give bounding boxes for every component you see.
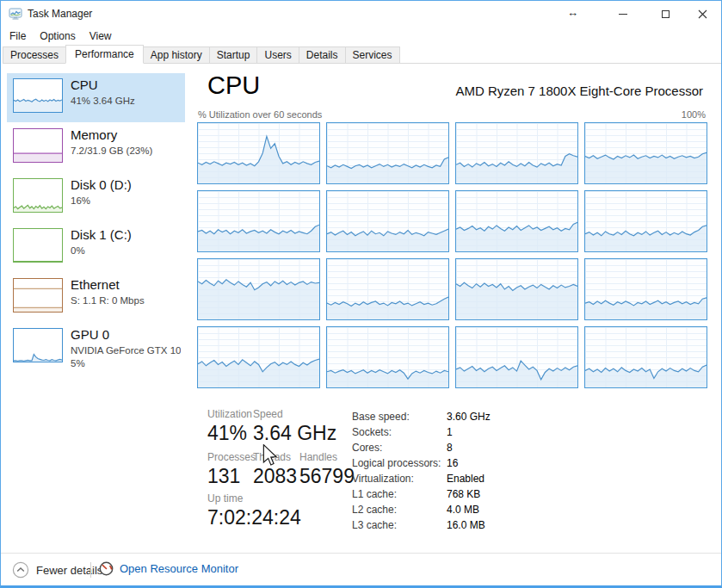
detail-row-5: L1 cache:768 KB bbox=[352, 486, 491, 502]
footer-bar: Fewer details Open Resource Monitor bbox=[1, 553, 721, 585]
sidebar-item-disk1[interactable]: Disk 1 (C:) 0% bbox=[7, 223, 185, 272]
sidebar-memory-subtitle: 7.2/31.9 GB (23%) bbox=[71, 145, 152, 156]
cpu-core-graph-5 bbox=[326, 190, 449, 252]
sidebar-disk0-subtitle: 16% bbox=[71, 195, 90, 206]
tab-performance[interactable]: Performance bbox=[65, 45, 144, 64]
maximize-icon bbox=[662, 10, 670, 18]
cpu-core-graph-1 bbox=[326, 122, 449, 184]
uptime-label: Up time bbox=[207, 492, 243, 504]
processes-value: 131 bbox=[207, 465, 240, 488]
cpu-core-graph-14 bbox=[455, 326, 578, 388]
tab-app-history[interactable]: App history bbox=[143, 46, 210, 63]
disk1-thumbnail-graph bbox=[13, 228, 63, 263]
detail-label: Logical processors: bbox=[352, 457, 447, 469]
sidebar-item-gpu0[interactable]: GPU 0 NVIDIA GeForce GTX 10 5% bbox=[7, 323, 185, 378]
menu-bar: File Options View bbox=[3, 28, 119, 45]
memory-thumbnail-graph bbox=[13, 128, 63, 163]
graph-max-label: 100% bbox=[682, 109, 706, 120]
detail-value: 3.60 GHz bbox=[447, 411, 491, 423]
cpu-core-graph-3 bbox=[584, 122, 707, 184]
processes-label: Processes bbox=[207, 451, 256, 463]
menu-file[interactable]: File bbox=[3, 28, 33, 45]
cpu-core-grid bbox=[197, 122, 707, 388]
detail-row-6: L2 cache:4.0 MB bbox=[352, 502, 491, 517]
task-manager-window: Task Manager ↔ File Options View Process… bbox=[0, 0, 722, 588]
detail-value: 1 bbox=[447, 426, 453, 438]
close-icon bbox=[698, 9, 707, 19]
tab-bar: Processes Performance App history Startu… bbox=[3, 46, 721, 64]
mouse-cursor bbox=[262, 444, 277, 467]
cpu-core-graph-4 bbox=[197, 190, 320, 252]
sidebar-cpu-subtitle: 41% 3.64 GHz bbox=[71, 96, 135, 106]
cpu-core-graph-10 bbox=[455, 258, 578, 320]
sidebar-disk1-title: Disk 1 (C:) bbox=[71, 227, 132, 242]
detail-value: 768 KB bbox=[447, 488, 480, 500]
detail-value: 8 bbox=[447, 442, 453, 454]
detail-row-4: Virtualization:Enabled bbox=[352, 471, 491, 486]
cpu-core-graph-8 bbox=[197, 258, 320, 320]
detail-row-3: Logical processors:16 bbox=[352, 455, 491, 471]
detail-value: Enabled bbox=[447, 473, 484, 485]
sidebar-item-cpu[interactable]: CPU 41% 3.64 GHz bbox=[7, 73, 185, 122]
speed-value: 3.64 GHz bbox=[253, 422, 336, 445]
speed-label: Speed bbox=[253, 408, 283, 420]
page-title-cpu: CPU bbox=[207, 71, 260, 100]
cpu-core-graph-9 bbox=[326, 258, 449, 320]
ethernet-thumbnail-graph bbox=[13, 278, 63, 313]
detail-label: Virtualization: bbox=[352, 473, 447, 485]
processor-name: AMD Ryzen 7 1800X Eight-Core Processor bbox=[455, 84, 703, 98]
detail-row-1: Sockets:1 bbox=[352, 424, 491, 440]
cpu-core-graph-11 bbox=[584, 258, 707, 320]
utilization-label: Utilization bbox=[207, 408, 252, 420]
cpu-thumbnail-graph bbox=[13, 78, 63, 113]
cpu-core-graph-6 bbox=[455, 190, 578, 252]
minimize-button[interactable] bbox=[603, 1, 642, 27]
sidebar-disk1-subtitle: 0% bbox=[71, 245, 85, 256]
fewer-details-button[interactable]: Fewer details bbox=[12, 561, 102, 579]
tab-services[interactable]: Services bbox=[345, 46, 400, 63]
detail-label: Base speed: bbox=[352, 411, 447, 423]
sidebar-memory-title: Memory bbox=[71, 127, 117, 142]
sidebar-gpu0-title: GPU 0 bbox=[71, 327, 109, 342]
titlebar[interactable]: Task Manager ↔ bbox=[1, 1, 721, 27]
sidebar-item-ethernet[interactable]: Ethernet S: 1.1 R: 0 Mbps bbox=[7, 273, 185, 322]
menu-view[interactable]: View bbox=[83, 28, 119, 45]
minimize-icon bbox=[619, 14, 627, 15]
detail-row-2: Cores:8 bbox=[352, 440, 491, 455]
tab-users[interactable]: Users bbox=[256, 46, 299, 63]
detail-label: L1 cache: bbox=[352, 488, 447, 500]
graph-axis-label: % Utilization over 60 seconds bbox=[198, 109, 322, 120]
chevron-up-circle-icon bbox=[12, 561, 29, 579]
detail-row-7: L3 cache:16.0 MB bbox=[352, 517, 491, 533]
task-manager-app-icon bbox=[9, 7, 22, 21]
sidebar-ethernet-subtitle: S: 1.1 R: 0 Mbps bbox=[71, 295, 145, 306]
tab-processes[interactable]: Processes bbox=[3, 46, 66, 63]
cpu-core-graph-15 bbox=[584, 326, 707, 388]
sidebar-cpu-title: CPU bbox=[71, 77, 98, 92]
detail-value: 4.0 MB bbox=[447, 504, 479, 516]
detail-label: Cores: bbox=[352, 442, 447, 454]
disk0-thumbnail-graph bbox=[13, 178, 63, 213]
detail-label: Sockets: bbox=[352, 426, 447, 438]
open-resource-monitor-label: Open Resource Monitor bbox=[120, 562, 238, 575]
footer-divider bbox=[90, 562, 91, 578]
cpu-core-graph-7 bbox=[584, 190, 707, 252]
cpu-core-graph-2 bbox=[455, 122, 578, 184]
maximize-button[interactable] bbox=[646, 1, 685, 27]
window-title: Task Manager bbox=[28, 8, 92, 20]
sidebar-ethernet-title: Ethernet bbox=[71, 277, 120, 292]
sidebar-item-disk0[interactable]: Disk 0 (D:) 16% bbox=[7, 173, 185, 222]
menu-options[interactable]: Options bbox=[33, 28, 82, 45]
cpu-core-graph-0 bbox=[197, 122, 320, 184]
detail-row-0: Base speed:3.60 GHz bbox=[352, 409, 491, 424]
threads-value: 2083 bbox=[253, 465, 297, 488]
detail-value: 16 bbox=[447, 457, 458, 469]
cpu-details-list: Base speed:3.60 GHzSockets:1Cores:8Logic… bbox=[352, 409, 491, 533]
close-button[interactable] bbox=[683, 1, 722, 27]
open-resource-monitor-link[interactable]: Open Resource Monitor bbox=[99, 561, 238, 576]
tab-details[interactable]: Details bbox=[299, 46, 346, 63]
sidebar-disk0-title: Disk 0 (D:) bbox=[71, 177, 132, 192]
detail-label: L2 cache: bbox=[352, 504, 447, 516]
tab-startup[interactable]: Startup bbox=[209, 46, 258, 63]
sidebar-item-memory[interactable]: Memory 7.2/31.9 GB (23%) bbox=[7, 123, 185, 172]
